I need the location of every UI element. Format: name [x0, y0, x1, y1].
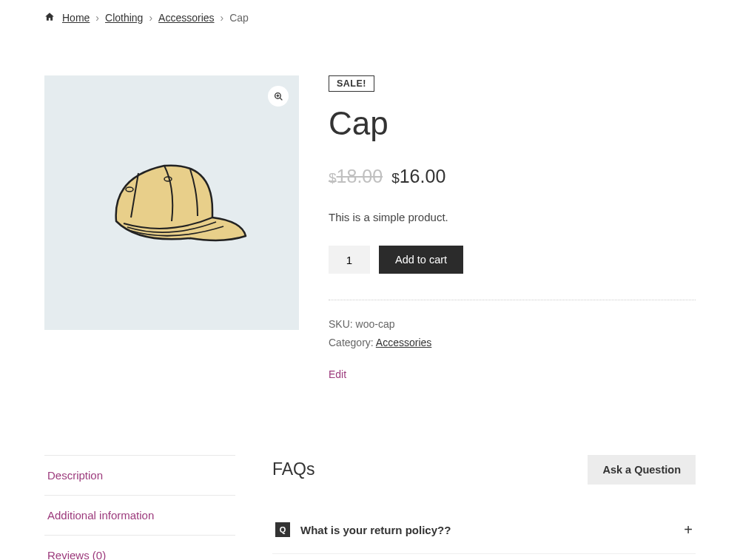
category-row: Category: Accessories — [329, 334, 696, 352]
home-icon — [44, 12, 55, 24]
sku-row: SKU: woo-cap — [329, 315, 696, 334]
breadcrumb-home[interactable]: Home — [62, 12, 90, 24]
sku-value: woo-cap — [356, 318, 395, 330]
breadcrumb: Home › Clothing › Accessories › Cap — [44, 12, 696, 24]
faq-item[interactable]: Q What is your return policy?? + — [272, 507, 696, 554]
sale-badge: SALE! — [329, 75, 374, 92]
chevron-right-icon: › — [221, 12, 224, 24]
tab-description[interactable]: Description — [44, 455, 235, 496]
breadcrumb-current: Cap — [229, 12, 249, 24]
question-icon: Q — [275, 522, 290, 537]
add-to-cart-button[interactable]: Add to cart — [379, 246, 463, 274]
quantity-input[interactable] — [329, 246, 370, 274]
price: $18.00 $16.00 — [329, 166, 696, 187]
product-tabs: Description Additional information Revie… — [44, 455, 235, 560]
faq-question-text: What is your return policy?? — [300, 524, 673, 536]
breadcrumb-accessories[interactable]: Accessories — [158, 12, 214, 24]
breadcrumb-clothing[interactable]: Clothing — [105, 12, 143, 24]
plus-icon: + — [684, 522, 693, 539]
current-price: $16.00 — [391, 166, 445, 187]
faq-title: FAQs — [272, 459, 315, 479]
faq-item[interactable]: Q What is the fabric?? + — [272, 554, 696, 560]
faq-panel-header: FAQs Ask a Question — [272, 455, 696, 485]
product-tabs-area: Description Additional information Revie… — [44, 455, 696, 560]
chevron-right-icon: › — [149, 12, 152, 24]
product-main: SALE! Cap $18.00 $16.00 This is a simple… — [44, 75, 696, 385]
add-to-cart-form: Add to cart — [329, 246, 696, 274]
short-description: This is a simple product. — [329, 211, 696, 223]
product-meta: SKU: woo-cap Category: Accessories Edit — [329, 300, 696, 385]
tab-reviews[interactable]: Reviews (0) — [44, 536, 235, 560]
chevron-right-icon: › — [95, 12, 99, 24]
svg-line-1 — [280, 98, 282, 100]
category-link[interactable]: Accessories — [376, 337, 431, 348]
tab-additional-information[interactable]: Additional information — [44, 496, 235, 536]
zoom-icon[interactable] — [268, 86, 289, 107]
cap-illustration — [94, 144, 249, 262]
tab-panel-faqs: FAQs Ask a Question Q What is your retur… — [272, 455, 696, 560]
product-summary: SALE! Cap $18.00 $16.00 This is a simple… — [329, 75, 696, 385]
ask-a-question-button[interactable]: Ask a Question — [588, 455, 696, 485]
product-image[interactable] — [44, 75, 299, 330]
edit-link[interactable]: Edit — [329, 365, 346, 384]
old-price: $18.00 — [329, 166, 383, 187]
product-title: Cap — [329, 105, 696, 142]
